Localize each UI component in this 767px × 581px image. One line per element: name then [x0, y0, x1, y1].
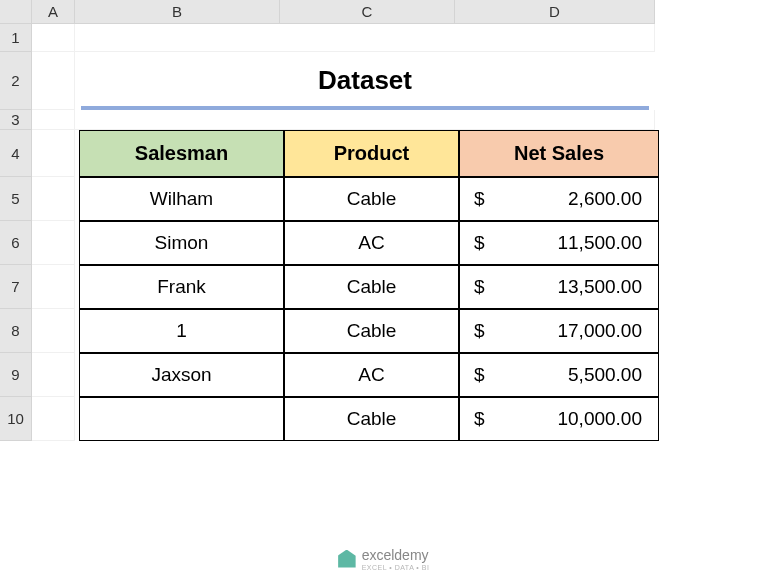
cell-netsales[interactable]: $5,500.00 — [459, 353, 659, 397]
cell-product[interactable]: Cable — [284, 265, 459, 309]
spreadsheet-grid: A B C D 1 2 Dataset 3 4 5 6 7 8 9 10 Sal… — [0, 0, 767, 441]
amount: 10,000.00 — [557, 408, 642, 430]
col-header-D[interactable]: D — [455, 0, 655, 24]
cell-netsales[interactable]: $17,000.00 — [459, 309, 659, 353]
watermark: exceldemy EXCEL • DATA • BI — [338, 546, 430, 571]
row-header-2[interactable]: 2 — [0, 52, 32, 110]
row-header-8[interactable]: 8 — [0, 309, 32, 353]
currency-symbol: $ — [474, 188, 485, 210]
cell-product[interactable]: Cable — [284, 397, 459, 441]
cell-A3[interactable] — [32, 110, 75, 130]
cell-A10[interactable] — [32, 397, 75, 441]
exceldemy-logo-icon — [338, 550, 356, 568]
amount: 2,600.00 — [568, 188, 642, 210]
header-product[interactable]: Product — [284, 130, 459, 177]
amount: 11,500.00 — [557, 232, 642, 254]
cell-salesman[interactable]: Simon — [79, 221, 284, 265]
row-header-9[interactable]: 9 — [0, 353, 32, 397]
row-header-5[interactable]: 5 — [0, 177, 32, 221]
row-header-10[interactable]: 10 — [0, 397, 32, 441]
dataset-title-cell[interactable]: Dataset — [81, 54, 649, 110]
watermark-text: exceldemy EXCEL • DATA • BI — [362, 546, 430, 571]
cell-netsales[interactable]: $11,500.00 — [459, 221, 659, 265]
currency-symbol: $ — [474, 276, 485, 298]
currency-symbol: $ — [474, 320, 485, 342]
col-header-B[interactable]: B — [75, 0, 280, 24]
row-header-4[interactable]: 4 — [0, 130, 32, 177]
currency-symbol: $ — [474, 232, 485, 254]
col-header-C[interactable]: C — [280, 0, 455, 24]
cell-product[interactable]: Cable — [284, 309, 459, 353]
dataset-title: Dataset — [318, 65, 412, 96]
row-header-3[interactable]: 3 — [0, 110, 32, 130]
cell-salesman[interactable]: Wilham — [79, 177, 284, 221]
amount: 13,500.00 — [557, 276, 642, 298]
cell-B3-D3[interactable] — [75, 110, 655, 130]
data-table: Salesman Product Net Sales Wilham Cable … — [79, 130, 651, 441]
header-netsales[interactable]: Net Sales — [459, 130, 659, 177]
cell-netsales[interactable]: $2,600.00 — [459, 177, 659, 221]
cell-salesman[interactable]: Jaxson — [79, 353, 284, 397]
col-header-A[interactable]: A — [32, 0, 75, 24]
cell-A2[interactable] — [32, 52, 75, 110]
cell-salesman[interactable]: 1 — [79, 309, 284, 353]
currency-symbol: $ — [474, 364, 485, 386]
row-header-7[interactable]: 7 — [0, 265, 32, 309]
cell-A8[interactable] — [32, 309, 75, 353]
cell-A9[interactable] — [32, 353, 75, 397]
cell-A5[interactable] — [32, 177, 75, 221]
currency-symbol: $ — [474, 408, 485, 430]
cell-product[interactable]: AC — [284, 221, 459, 265]
cell-salesman[interactable] — [79, 397, 284, 441]
cell-product[interactable]: AC — [284, 353, 459, 397]
select-all-corner[interactable] — [0, 0, 32, 24]
watermark-brand: exceldemy — [362, 547, 429, 563]
cell-A7[interactable] — [32, 265, 75, 309]
cell-netsales[interactable]: $13,500.00 — [459, 265, 659, 309]
cell-salesman[interactable]: Frank — [79, 265, 284, 309]
header-salesman[interactable]: Salesman — [79, 130, 284, 177]
cell-product[interactable]: Cable — [284, 177, 459, 221]
row-header-6[interactable]: 6 — [0, 221, 32, 265]
row-header-1[interactable]: 1 — [0, 24, 32, 52]
amount: 17,000.00 — [557, 320, 642, 342]
watermark-tagline: EXCEL • DATA • BI — [362, 564, 430, 571]
cell-B1-D1[interactable] — [75, 24, 655, 52]
cell-A6[interactable] — [32, 221, 75, 265]
cell-A4[interactable] — [32, 130, 75, 177]
amount: 5,500.00 — [568, 364, 642, 386]
cell-netsales[interactable]: $10,000.00 — [459, 397, 659, 441]
cell-A1[interactable] — [32, 24, 75, 52]
